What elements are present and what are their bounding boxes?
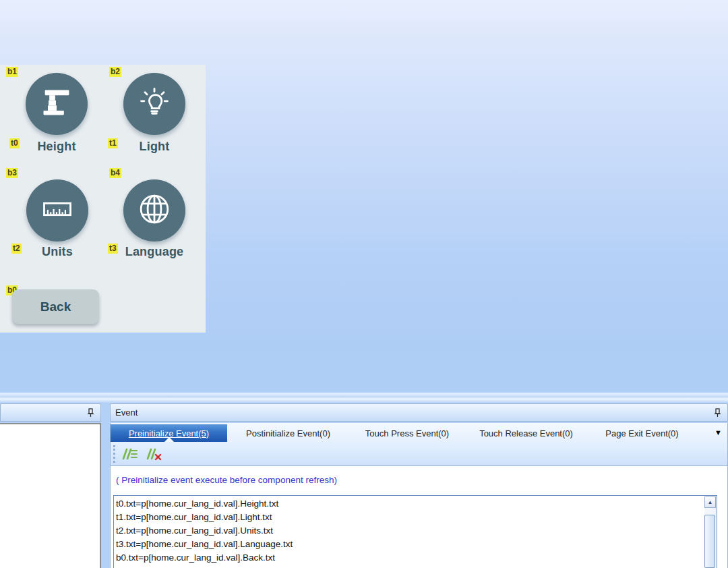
component-tag[interactable]: b3	[6, 168, 18, 178]
event-code-area: ( Preinitialize event execute before com…	[110, 465, 728, 568]
tab-overflow-arrow[interactable]: ▼	[715, 428, 722, 436]
component-tag[interactable]: b1	[6, 67, 18, 77]
event-annotation: ( Preinitialize event execute before com…	[116, 475, 337, 485]
button-caption[interactable]: Height	[19, 140, 94, 154]
canvas-button-light[interactable]	[123, 73, 185, 135]
code-line[interactable]: b0.txt=p[home.cur_lang_id.val].Back.txt	[116, 551, 703, 565]
component-tag[interactable]: b4	[109, 168, 121, 178]
component-tag[interactable]: t0	[9, 138, 20, 148]
units-icon	[40, 192, 75, 229]
button-caption[interactable]: Light	[117, 140, 192, 154]
code-line[interactable]: t2.txt=p[home.cur_lang_id.val].Units.txt	[116, 524, 703, 538]
toolbar-drag-handle[interactable]	[113, 445, 115, 463]
height-icon	[39, 85, 74, 123]
button-caption[interactable]: Units	[20, 245, 95, 259]
code-line[interactable]: t0.txt=p[home.cur_lang_id.val].Height.tx…	[116, 497, 703, 511]
light-icon	[137, 85, 172, 123]
back-button[interactable]: Back	[12, 289, 99, 324]
tab-preinitialize-event[interactable]: Preinitialize Event(5)	[111, 424, 227, 442]
canvas-button-units[interactable]	[26, 179, 88, 242]
language-icon	[135, 190, 173, 231]
event-tabs: Preinitialize Event(5) Postinitialize Ev…	[111, 424, 727, 442]
event-panel-title: Event	[115, 407, 138, 418]
event-toolbar	[111, 442, 727, 465]
event-panel-header: Event	[110, 403, 728, 422]
component-tag[interactable]: b2	[109, 67, 121, 77]
left-panel-body[interactable]	[0, 423, 101, 568]
canvas-button-height[interactable]	[26, 73, 88, 135]
design-canvas[interactable]: b1 t0 Height b2 t1 Light	[0, 65, 206, 333]
tab-page-exit-event[interactable]: Page Exit Event(0)	[587, 424, 697, 442]
tab-postinitialize-event[interactable]: Postinitialize Event(0)	[227, 424, 349, 442]
uncomment-lines-icon[interactable]	[144, 445, 164, 463]
code-line[interactable]: t1.txt=p[home.cur_lang_id.val].Light.txt	[116, 511, 703, 524]
left-panel-header	[0, 403, 101, 422]
canvas-button-language[interactable]	[123, 179, 185, 242]
button-caption[interactable]: Language	[113, 245, 196, 259]
comment-lines-icon[interactable]	[119, 445, 140, 463]
code-lines: t0.txt=p[home.cur_lang_id.val].Height.tx…	[116, 497, 703, 565]
tab-touch-release-event[interactable]: Touch Release Event(0)	[465, 424, 587, 442]
code-line[interactable]: t3.txt=p[home.cur_lang_id.val].Language.…	[116, 538, 703, 551]
app-window: b1 t0 Height b2 t1 Light	[0, 0, 728, 568]
code-editor[interactable]: t0.txt=p[home.cur_lang_id.val].Height.tx…	[113, 495, 717, 568]
scrollbar-thumb[interactable]	[704, 515, 715, 568]
pin-icon[interactable]	[711, 407, 723, 419]
pin-icon[interactable]	[84, 407, 96, 419]
tab-touch-press-event[interactable]: Touch Press Event(0)	[349, 424, 465, 442]
code-scrollbar[interactable]: ▲	[704, 496, 716, 568]
scroll-up-arrow-icon[interactable]: ▲	[704, 496, 716, 508]
event-tab-strip: Preinitialize Event(5) Postinitialize Ev…	[110, 423, 728, 465]
